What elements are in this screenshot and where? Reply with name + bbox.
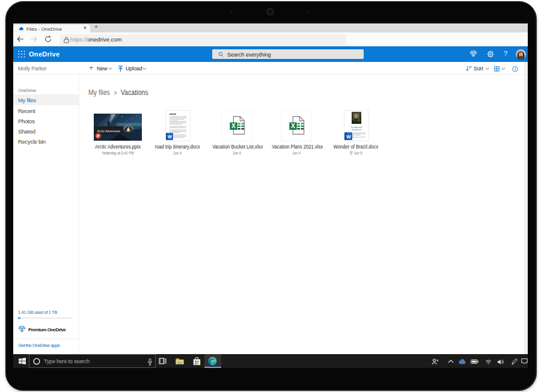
svg-text:W: W	[346, 134, 351, 139]
svg-text:P: P	[97, 134, 100, 138]
svg-text:X: X	[291, 123, 295, 129]
svg-text:Rainforest: Rainforest	[352, 129, 361, 131]
svg-text:X: X	[231, 123, 236, 129]
svg-text:W: W	[168, 134, 173, 139]
svg-text:Arctic Adventures: Arctic Adventures	[97, 129, 121, 133]
